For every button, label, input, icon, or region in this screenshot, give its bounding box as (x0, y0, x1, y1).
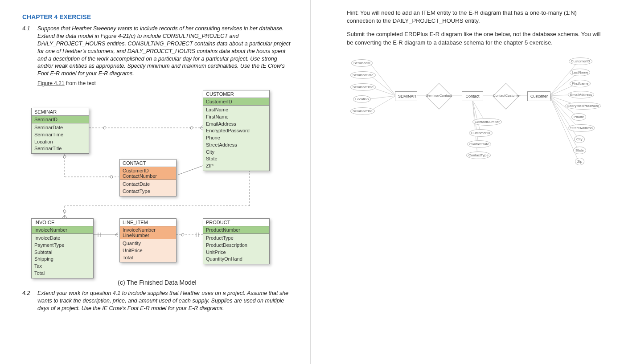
entity-name: SEMINAR (32, 108, 89, 116)
svg-point-18 (181, 233, 184, 236)
figure-caption: Figure 4.21 from the text (37, 80, 292, 86)
er-lines (347, 52, 596, 204)
svg-line-11 (178, 166, 203, 175)
er-attr-zip: Zip (575, 158, 584, 165)
er-attr-contacttype: ContactType (466, 151, 491, 159)
er-attr-location: Location (353, 95, 371, 103)
entity-line-item: LINE_ITEM InvoiceNumber LineNumber Quant… (119, 218, 177, 262)
er-attr-streetaddress: StreetAddress (568, 124, 595, 132)
svg-line-41 (550, 96, 579, 128)
er-attr-customerid2: CustomerID (569, 57, 592, 65)
er-entity-customer: Customer (527, 91, 550, 101)
figure-link[interactable]: Figure 4.21 (37, 80, 65, 86)
submit-text: Submit the completed ERDPlus E-R diagram… (347, 30, 602, 46)
data-model-diagram: SEMINAR SeminarID SeminarDate SeminarTim… (27, 90, 294, 277)
er-rel-contactcustomer: ContactCustomer (493, 90, 518, 101)
svg-line-35 (550, 61, 579, 96)
entity-name: INVOICE (32, 219, 93, 226)
svg-line-32 (472, 100, 480, 132)
er-attr-customerid: CustomerID (469, 129, 493, 137)
er-attr-firstname: FirstName (570, 80, 591, 87)
er-attr-seminartitle: SeminarTitle (350, 107, 375, 115)
er-attr-state: State (573, 147, 586, 154)
er-diagram: SeminarID SeminarDate SeminarTime Locati… (347, 52, 596, 204)
er-attr-contactnumber: ContactNumber (472, 118, 502, 126)
svg-line-25 (370, 96, 396, 99)
er-attr-contactdate: ContactDate (467, 140, 491, 148)
entity-name: CONTACT (120, 160, 176, 167)
entity-attrs: ContactDate ContactType (120, 180, 176, 196)
entity-key: InvoiceNumber (32, 226, 93, 234)
svg-point-5 (110, 176, 113, 178)
entity-attrs: ProductType ProductDescription UnitPrice… (203, 234, 269, 264)
exercise-body: Suppose that Heather Sweeney wants to in… (37, 25, 292, 78)
entity-name: CUSTOMER (203, 90, 269, 98)
hint-text: Hint: You will need to add an ITEM entit… (347, 9, 602, 25)
entity-key: ProductNumber (203, 226, 269, 234)
er-entity-seminar: SEMINAR (395, 91, 417, 101)
svg-point-7 (63, 155, 66, 158)
er-attr-emailaddress: EmailAddress (568, 91, 594, 98)
er-entity-contact: Contact (462, 91, 483, 101)
figure-caption-suffix: from the text (65, 80, 96, 86)
left-page: CHAPTER 4 EXERCISE 4.1 Suppose that Heat… (0, 0, 310, 364)
entity-name: PRODUCT (203, 219, 269, 226)
er-attr-encryptedpassword: EncryptedPassword (565, 102, 601, 110)
er-attr-seminartime: SeminarTime (350, 83, 376, 91)
svg-point-21 (63, 210, 66, 213)
svg-point-2 (190, 127, 193, 129)
entity-key: CustomerID ContactNumber (120, 167, 176, 180)
entity-attrs: InvoiceDate PaymentType Subtotal Shippin… (32, 234, 93, 278)
svg-line-26 (370, 96, 396, 111)
entity-key: CustomerID (203, 98, 269, 106)
er-attr-seminardate: SeminarDate (350, 71, 376, 79)
svg-line-22 (370, 63, 396, 96)
er-attr-city: City (574, 135, 585, 143)
chapter-title: CHAPTER 4 EXERCISE (22, 13, 292, 20)
exercise-number: 4.2 (22, 290, 37, 312)
entity-product: PRODUCT ProductNumber ProductType Produc… (203, 218, 270, 264)
svg-point-1 (103, 127, 106, 129)
er-attr-seminarid: SeminarID (351, 59, 373, 67)
exercise-4-1: 4.1 Suppose that Heather Sweeney wants t… (22, 25, 292, 78)
entity-customer: CUSTOMER CustomerID LastName FirstName E… (203, 90, 270, 171)
entity-contact: CONTACT CustomerID ContactNumber Contact… (119, 159, 177, 196)
exercise-4-2: 4.2 Extend your work for question 4.1 to… (22, 290, 292, 312)
entity-invoice: INVOICE InvoiceNumber InvoiceDate Paymen… (31, 218, 94, 278)
entity-attrs: SeminarDate SeminarTime Location Seminar… (32, 123, 89, 153)
entity-attrs: LastName FirstName EmailAddress Encrypte… (203, 106, 269, 171)
exercise-body: Extend your work for question 4.1 to inc… (37, 290, 292, 312)
entity-name: LINE_ITEM (120, 219, 176, 226)
er-attr-lastname: LastName (570, 69, 590, 76)
model-caption: (c) The Finished Data Model (22, 279, 292, 286)
entity-seminar: SEMINAR SeminarID SeminarDate SeminarTim… (31, 108, 89, 154)
right-page: Hint: You will need to add an ITEM entit… (310, 0, 620, 364)
er-attr-phone: Phone (571, 113, 586, 121)
entity-key: SeminarID (32, 116, 89, 123)
exercise-number: 4.1 (22, 25, 37, 78)
entity-key: InvoiceNumber LineNumber (120, 226, 176, 239)
entity-attrs: Quantity UnitPrice Total (120, 239, 176, 262)
er-rel-seminarcontact: SeminarContact (426, 90, 451, 101)
